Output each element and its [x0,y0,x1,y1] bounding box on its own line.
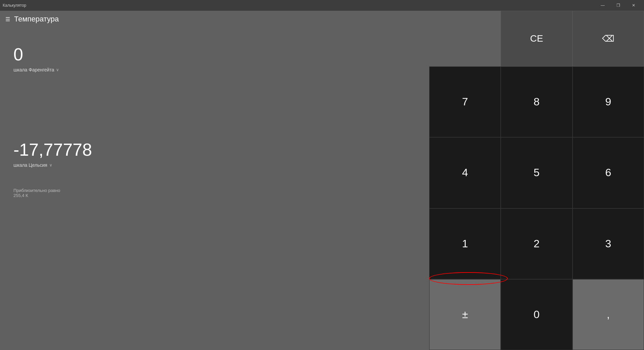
backspace-button[interactable]: ⌫ [573,11,644,66]
page-title: Температура [14,15,59,23]
input-unit-chevron: ∨ [56,67,59,72]
close-button[interactable]: ✕ [626,0,641,11]
key-1[interactable]: 1 [429,208,501,279]
key-6[interactable]: 6 [573,137,644,208]
minimize-button[interactable]: — [595,0,610,11]
key-5[interactable]: 5 [501,137,572,208]
backspace-icon: ⌫ [602,34,614,44]
key-8[interactable]: 8 [501,66,572,137]
output-unit-chevron: ∨ [49,163,52,167]
key-plus-minus[interactable]: ± [429,279,501,350]
input-unit-label: шкала Фаренгейта [13,67,54,72]
keypad-spacer [429,11,501,66]
title-bar: Калькулятор — ❐ ✕ [0,0,644,11]
key-3[interactable]: 3 [573,208,644,279]
ce-button[interactable]: CE [501,11,572,66]
key-4[interactable]: 4 [429,137,501,208]
output-unit-label: шкала Цельсия [13,162,47,168]
window-controls: — ❐ ✕ [595,0,641,11]
app-container: ☰ Температура 0 шкала Фаренгейта ∨ -17,7… [0,11,644,350]
approx-value: 255,4 К [13,193,248,198]
approx-label: Приблизительно равно [13,188,248,193]
input-value-display: 0 [13,44,248,64]
keypad: CE ⌫ 7 8 9 4 5 6 1 2 3 ± 0 , [429,11,644,350]
maximize-button[interactable]: ❐ [610,0,626,11]
key-9[interactable]: 9 [573,66,644,137]
app-title-bar: Калькулятор [3,3,26,8]
key-0[interactable]: 0 [501,279,572,350]
output-unit-selector[interactable]: шкала Цельсия ∨ [13,162,248,168]
converter-panel: 0 шкала Фаренгейта ∨ -17,77778 шкала Цел… [13,44,248,198]
key-comma[interactable]: , [573,279,644,350]
key-7[interactable]: 7 [429,66,501,137]
key-2[interactable]: 2 [501,208,572,279]
input-unit-selector[interactable]: шкала Фаренгейта ∨ [13,67,248,72]
output-value-display: -17,77778 [13,140,248,160]
hamburger-icon[interactable]: ☰ [5,16,10,22]
